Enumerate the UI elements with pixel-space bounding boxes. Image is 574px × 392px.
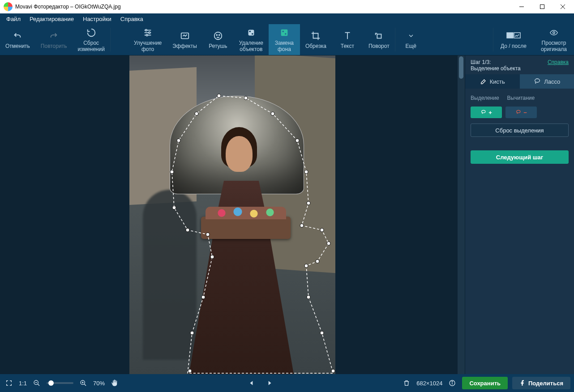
undo-button[interactable]: Отменить: [0, 24, 35, 55]
zoom-out-button[interactable]: [31, 378, 42, 388]
svg-rect-1: [540, 5, 544, 9]
svg-point-8: [149, 32, 150, 34]
right-panel: Шаг 1/3: Выделение объекта Справка Кисть…: [465, 55, 574, 374]
photo-preview: [129, 55, 335, 374]
delete-button[interactable]: [401, 378, 412, 388]
menu-file[interactable]: Файл: [2, 14, 25, 24]
svg-rect-22: [377, 34, 381, 38]
info-button[interactable]: [447, 378, 458, 388]
svg-point-38: [320, 331, 324, 335]
svg-line-54: [38, 384, 39, 386]
hand-tool-button[interactable]: [109, 378, 120, 388]
sliders-icon: [143, 27, 153, 38]
next-step-button[interactable]: Следующий шаг: [471, 150, 569, 164]
svg-marker-61: [269, 381, 271, 385]
svg-rect-14: [248, 30, 254, 35]
svg-point-39: [331, 369, 335, 373]
compare-button[interactable]: До / после: [493, 24, 534, 55]
label-select: Выделение: [471, 95, 499, 101]
remove-objects-button[interactable]: Удаление объектов: [234, 24, 269, 55]
menu-edit[interactable]: Редактирование: [25, 14, 78, 24]
zoom-value: 70%: [93, 380, 105, 387]
panel-help-link[interactable]: Справка: [548, 59, 569, 65]
window-title: Movavi Фоторедактор – OIGkOtWuZQA.jpg: [15, 4, 511, 10]
fit-label[interactable]: 1:1: [19, 380, 27, 387]
background-replace-button[interactable]: Замена фона: [269, 24, 300, 55]
save-button[interactable]: Сохранить: [462, 377, 508, 389]
chevron-down-icon: [407, 30, 415, 42]
effects-icon: [180, 30, 190, 42]
minimize-button[interactable]: [511, 0, 532, 13]
toolbar: Отменить Повторить Сброс изменений Улучш…: [0, 24, 574, 55]
rotate-icon: [374, 30, 384, 42]
lasso-icon: [533, 78, 541, 85]
svg-point-11: [214, 32, 222, 39]
svg-point-16: [252, 33, 253, 35]
next-image-button[interactable]: [264, 378, 275, 388]
redo-icon: [49, 30, 59, 42]
more-button[interactable]: Ещё: [395, 24, 427, 55]
crop-button[interactable]: Обрезка: [300, 24, 332, 55]
menu-settings[interactable]: Настройки: [78, 14, 116, 24]
image-dimensions: 682×1024: [416, 380, 442, 387]
close-button[interactable]: [553, 0, 573, 13]
label-subtract: Вычитание: [507, 95, 535, 101]
svg-point-9: [146, 34, 148, 36]
vertical-scrollbar[interactable]: [458, 55, 465, 374]
brush-icon: [480, 78, 487, 85]
svg-point-25: [553, 31, 555, 34]
tab-brush[interactable]: Кисть: [465, 74, 520, 89]
selection-subtract-button[interactable]: −: [505, 107, 537, 118]
svg-point-15: [249, 30, 251, 32]
effects-button[interactable]: Эффекты: [167, 24, 202, 55]
svg-rect-23: [507, 33, 513, 38]
reset-button[interactable]: Сброс изменений: [72, 24, 110, 55]
eraser-icon: [246, 27, 256, 38]
text-button[interactable]: Текст: [332, 24, 363, 55]
svg-rect-24: [514, 33, 520, 38]
reset-icon: [86, 27, 96, 38]
retouch-button[interactable]: Ретушь: [202, 24, 234, 55]
redo-button[interactable]: Повторить: [35, 24, 73, 55]
crop-icon: [311, 30, 321, 42]
svg-point-64: [452, 381, 453, 382]
before-after-icon: [506, 30, 521, 42]
menu-help[interactable]: Справка: [116, 14, 148, 24]
svg-point-18: [282, 30, 284, 32]
canvas-area[interactable]: [0, 55, 465, 374]
tab-lasso[interactable]: Лассо: [520, 74, 574, 89]
enhance-button[interactable]: Улучшение фото: [129, 24, 167, 55]
fullscreen-button[interactable]: [4, 378, 14, 388]
maximize-button[interactable]: [532, 0, 553, 13]
share-button[interactable]: Поделиться: [512, 377, 570, 389]
step-indicator: Шаг 1/3:: [471, 59, 521, 65]
svg-marker-60: [250, 381, 253, 385]
text-icon: [343, 30, 352, 42]
selection-add-button[interactable]: +: [471, 107, 502, 118]
svg-point-37: [307, 295, 310, 299]
statusbar: 1:1 70% 682×1024 Сохранить Поделиться: [0, 374, 574, 392]
svg-point-50: [535, 79, 540, 82]
face-icon: [213, 30, 223, 42]
zoom-in-button[interactable]: [78, 378, 89, 388]
rotate-button[interactable]: Поворот: [363, 24, 395, 55]
svg-point-19: [285, 33, 287, 35]
eye-icon: [548, 27, 559, 38]
menubar: Файл Редактирование Настройки Справка: [0, 13, 574, 24]
background-icon: [279, 27, 289, 38]
svg-point-13: [219, 34, 220, 35]
reset-selection-button[interactable]: Сброс выделения: [471, 124, 569, 137]
svg-rect-17: [281, 29, 288, 36]
svg-line-57: [84, 384, 86, 386]
app-logo: [4, 2, 13, 11]
svg-point-7: [146, 29, 147, 31]
undo-icon: [13, 30, 22, 42]
view-original-button[interactable]: Просмотр оригинала: [534, 24, 574, 55]
facebook-icon: [519, 380, 526, 386]
svg-point-12: [216, 34, 217, 35]
prev-image-button[interactable]: [246, 378, 257, 388]
zoom-slider[interactable]: [47, 382, 73, 384]
step-name: Выделение объекта: [471, 65, 521, 72]
